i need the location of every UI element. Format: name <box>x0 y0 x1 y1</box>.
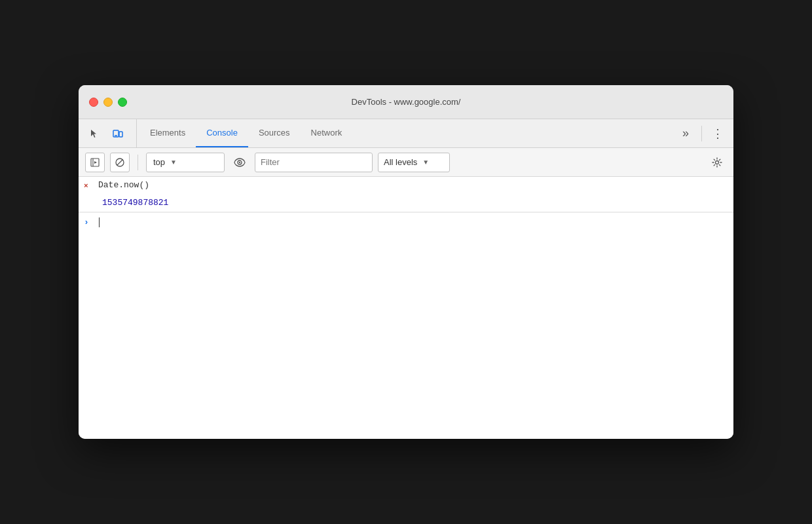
watch-expressions-button[interactable] <box>230 153 249 172</box>
console-body: × Date.now() 1535749878821 › <box>79 177 733 439</box>
levels-chevron-icon: ▼ <box>422 159 429 166</box>
devtools-window: DevTools - www.google.com/ Elements <box>79 85 733 439</box>
svg-point-9 <box>239 161 240 162</box>
inspect-icon-button[interactable] <box>84 123 105 144</box>
kebab-menu-button[interactable]: ⋮ <box>707 123 728 144</box>
filter-input[interactable] <box>255 153 373 172</box>
device-mode-button[interactable] <box>107 123 128 144</box>
close-button[interactable] <box>89 98 98 107</box>
tab-sources[interactable]: Sources <box>248 119 301 147</box>
window-title: DevTools - www.google.com/ <box>352 97 461 107</box>
tab-bar-right: » ⋮ <box>675 119 728 147</box>
console-output-line: 1535749878821 <box>79 195 733 212</box>
console-input-line: × Date.now() <box>79 177 733 195</box>
console-input-area[interactable]: › <box>79 212 733 231</box>
divider <box>701 126 702 141</box>
more-tabs-button[interactable]: » <box>675 123 696 144</box>
svg-marker-5 <box>94 161 97 164</box>
title-bar: DevTools - www.google.com/ <box>79 85 733 119</box>
svg-rect-1 <box>119 132 122 137</box>
toolbar-divider <box>138 155 138 170</box>
console-toolbar: top ▼ All levels ▼ <box>79 148 733 177</box>
tab-bar-icons <box>84 119 137 147</box>
maximize-button[interactable] <box>118 98 127 107</box>
settings-button[interactable] <box>707 153 727 172</box>
tab-elements[interactable]: Elements <box>139 119 196 147</box>
tab-bar: Elements Console Sources Network » ⋮ <box>79 119 733 148</box>
error-x-icon: × <box>84 179 94 192</box>
console-input-text: Date.now() <box>98 179 728 191</box>
minimize-button[interactable] <box>103 98 113 107</box>
clear-console-button[interactable] <box>110 153 130 172</box>
sidebar-toggle-button[interactable] <box>85 153 105 172</box>
context-value: top <box>153 157 165 167</box>
console-entry-input: × Date.now() 1535749878821 <box>79 177 733 212</box>
traffic-lights <box>89 98 127 107</box>
svg-line-7 <box>117 159 123 165</box>
tab-network[interactable]: Network <box>301 119 353 147</box>
context-selector[interactable]: top ▼ <box>146 153 225 172</box>
prompt-icon: › <box>84 217 94 227</box>
output-spacer <box>84 197 98 198</box>
svg-point-10 <box>716 160 719 164</box>
chevron-down-icon: ▼ <box>170 159 177 166</box>
console-output-value: 1535749878821 <box>102 197 728 209</box>
levels-value: All levels <box>384 157 417 167</box>
tab-console[interactable]: Console <box>196 119 248 147</box>
log-levels-selector[interactable]: All levels ▼ <box>378 153 450 172</box>
cursor-blink <box>99 217 100 227</box>
